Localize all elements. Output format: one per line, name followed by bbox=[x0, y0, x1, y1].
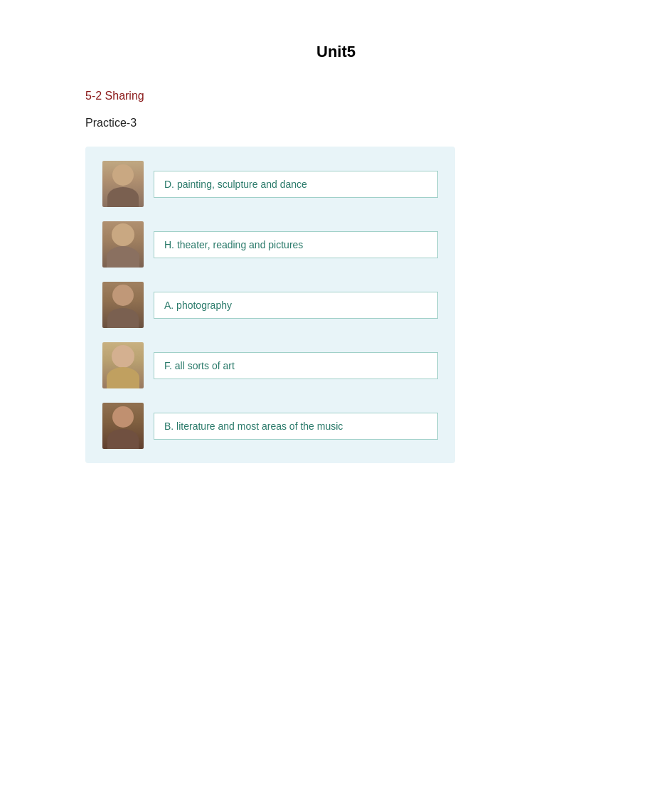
answer-row-2: H. theater, reading and pictures bbox=[102, 221, 438, 268]
avatar-4 bbox=[102, 342, 144, 388]
answer-box-1: D. painting, sculpture and dance bbox=[154, 171, 438, 198]
avatar-1 bbox=[102, 161, 144, 207]
answer-box-2: H. theater, reading and pictures bbox=[154, 231, 438, 258]
avatar-2 bbox=[102, 221, 144, 268]
answer-row-5: B. literature and most areas of the musi… bbox=[102, 403, 438, 449]
answer-box-3: A. photography bbox=[154, 292, 438, 319]
answer-box-5: B. literature and most areas of the musi… bbox=[154, 413, 438, 440]
page-title: Unit5 bbox=[85, 43, 587, 61]
section-title: 5-2 Sharing bbox=[85, 90, 587, 102]
page: Unit5 5-2 Sharing Practice-3 D. painting… bbox=[0, 0, 672, 799]
avatar-5 bbox=[102, 403, 144, 449]
answer-box-4: F. all sorts of art bbox=[154, 352, 438, 379]
practice-container: D. painting, sculpture and dance H. thea… bbox=[85, 147, 455, 463]
answer-row-1: D. painting, sculpture and dance bbox=[102, 161, 438, 207]
answer-row-3: A. photography bbox=[102, 282, 438, 328]
avatar-3 bbox=[102, 282, 144, 328]
answer-row-4: F. all sorts of art bbox=[102, 342, 438, 388]
practice-title: Practice-3 bbox=[85, 117, 587, 129]
